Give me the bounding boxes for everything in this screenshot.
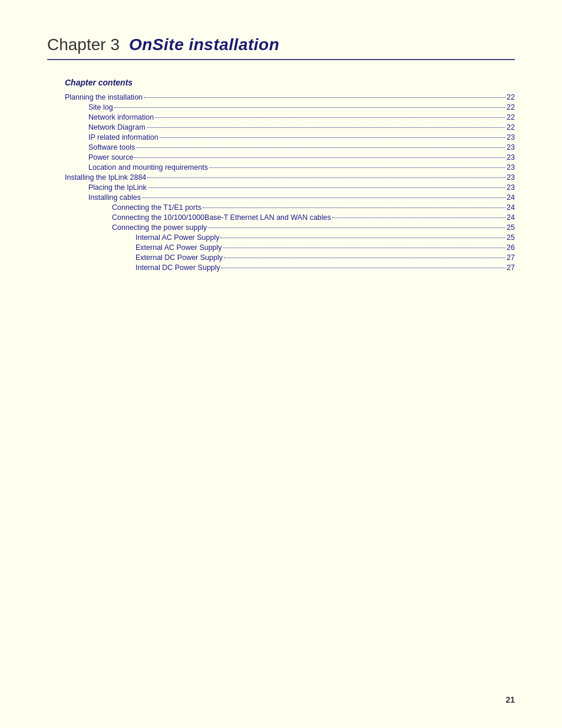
toc-entry-dots (222, 268, 505, 268)
toc-entry[interactable]: Site log22 (65, 103, 515, 111)
toc-entry-text: Software tools (88, 143, 135, 151)
toc-entry[interactable]: Placing the IpLink23 (65, 183, 515, 192)
toc-entry-text: Site log (88, 103, 113, 111)
toc-entry-page: 25 (507, 233, 515, 242)
toc-entry[interactable]: Internal DC Power Supply27 (65, 263, 515, 272)
toc-entry-page: 22 (507, 113, 515, 121)
toc-entry-page: 22 (507, 93, 515, 101)
toc-entry-dots (332, 218, 505, 218)
toc-entry[interactable]: External DC Power Supply27 (65, 253, 515, 262)
toc-entry-dots (147, 127, 506, 128)
toc-entry-page: 27 (507, 263, 515, 272)
toc-entry-text: Power source (88, 153, 133, 162)
toc-entry[interactable]: Location and mounting requirements23 (65, 163, 515, 172)
toc-entry-text: Internal AC Power Supply (135, 233, 219, 242)
toc-entry[interactable]: IP related information23 (65, 133, 515, 141)
toc-entry-dots (147, 177, 505, 178)
toc-entry-dots (142, 197, 505, 198)
toc-entry-dots (203, 207, 505, 208)
toc-entry-dots (160, 137, 506, 138)
toc-entry-dots (220, 238, 505, 238)
toc-entry[interactable]: Software tools23 (65, 143, 515, 151)
chapter-header: Chapter 3 OnSite installation (47, 35, 515, 60)
toc-entry[interactable]: External AC Power Supply26 (65, 243, 515, 252)
chapter-title: OnSite installation (129, 35, 279, 54)
toc-container: Planning the installation22Site log22Net… (65, 93, 515, 272)
toc-entry-page: 24 (507, 213, 515, 222)
toc-entry[interactable]: Power source23 (65, 153, 515, 162)
toc-entry-dots (148, 187, 505, 188)
toc-entry-dots (144, 97, 505, 98)
toc-entry[interactable]: Network Diagram22 (65, 123, 515, 131)
toc-entry-page: 24 (507, 203, 515, 212)
toc-entry[interactable]: Internal AC Power Supply25 (65, 233, 515, 242)
toc-entry[interactable]: Installing the IpLink 288423 (65, 173, 515, 182)
toc-entry-dots (209, 167, 505, 168)
toc-entry[interactable]: Connecting the 10/100/1000Base-T Etherne… (65, 213, 515, 222)
toc-entry[interactable]: Connecting the T1/E1 ports24 (65, 203, 515, 212)
toc-entry-dots (134, 157, 505, 158)
toc-entry-page: 24 (507, 193, 515, 202)
toc-entry-dots (155, 117, 505, 118)
toc-entry-dots (136, 147, 505, 148)
toc-entry-page: 26 (507, 243, 515, 252)
chapter-contents-heading: Chapter contents (65, 78, 515, 87)
toc-entry-dots (208, 228, 505, 228)
toc-entry-page: 23 (507, 173, 515, 182)
toc-entry-dots (114, 107, 505, 108)
toc-entry-text: Installing the IpLink 2884 (65, 173, 146, 182)
toc-entry-page: 25 (507, 223, 515, 232)
toc-entry-text: Network Diagram (88, 123, 146, 131)
toc-entry[interactable]: Network information22 (65, 113, 515, 121)
toc-entry-page: 22 (507, 103, 515, 111)
toc-entry-text: Location and mounting requirements (88, 163, 208, 172)
toc-entry-text: External DC Power Supply (135, 253, 223, 262)
chapter-label: Chapter 3 (47, 35, 120, 54)
toc-entry-text: Connecting the T1/E1 ports (112, 203, 201, 212)
toc-entry-text: Connecting the 10/100/1000Base-T Etherne… (112, 213, 331, 222)
toc-entry[interactable]: Planning the installation22 (65, 93, 515, 101)
toc-entry-page: 23 (507, 153, 515, 162)
toc-entry-page: 23 (507, 143, 515, 151)
toc-entry-page: 23 (507, 133, 515, 141)
toc-entry-text: Placing the IpLink (88, 183, 147, 192)
toc-entry-text: IP related information (88, 133, 158, 141)
toc-entry-dots (224, 258, 505, 258)
toc-entry-text: Planning the installation (65, 93, 143, 101)
toc-entry-text: Connecting the power supply (112, 223, 207, 232)
toc-entry-page: 23 (507, 163, 515, 172)
toc-entry-text: Installing cables (88, 193, 141, 202)
toc-entry-text: External AC Power Supply (135, 243, 222, 252)
toc-entry[interactable]: Connecting the power supply25 (65, 223, 515, 232)
toc-entry-page: 27 (507, 253, 515, 262)
toc-entry-dots (223, 248, 505, 248)
toc-entry-text: Network information (88, 113, 154, 121)
page-number-footer: 21 (505, 695, 515, 704)
toc-entry-page: 23 (507, 183, 515, 192)
toc-entry[interactable]: Installing cables24 (65, 193, 515, 202)
toc-entry-text: Internal DC Power Supply (135, 263, 220, 272)
page-container: Chapter 3 OnSite installation Chapter co… (0, 0, 562, 728)
toc-entry-page: 22 (507, 123, 515, 131)
